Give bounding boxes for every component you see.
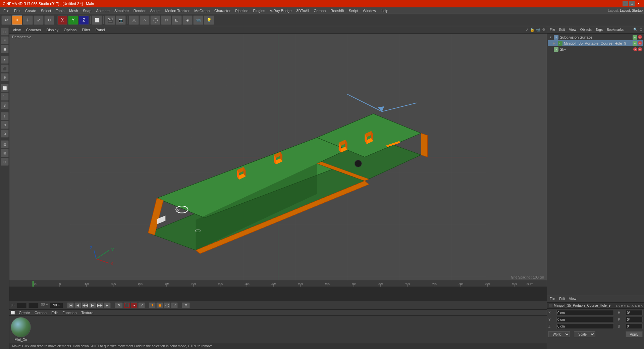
- x-axis-button[interactable]: X: [57, 15, 67, 25]
- menu-plugins[interactable]: Plugins: [251, 8, 267, 13]
- om-objects[interactable]: Objects: [579, 27, 593, 32]
- menu-render[interactable]: Render: [131, 8, 148, 13]
- menu-3dtoall[interactable]: 3DToAll: [294, 8, 311, 13]
- attr-file[interactable]: File: [548, 296, 556, 301]
- menu-motion-tracker[interactable]: Motion Tracker: [163, 8, 192, 13]
- om-vis-btn-2[interactable]: ●: [638, 35, 642, 39]
- menu-create[interactable]: Create: [23, 8, 38, 13]
- menu-snap[interactable]: Snap: [81, 8, 94, 13]
- attr-x-pos[interactable]: [556, 310, 614, 315]
- keyframe-p[interactable]: P: [171, 302, 178, 308]
- generator-button[interactable]: ⚙: [161, 15, 171, 25]
- menu-help[interactable]: Help: [379, 8, 390, 13]
- vp-menu-options[interactable]: Options: [62, 27, 78, 33]
- menu-script[interactable]: Script: [347, 8, 360, 13]
- render-picture-button[interactable]: 📷: [116, 15, 126, 25]
- vp-menu-view[interactable]: View: [11, 27, 23, 33]
- attr-h-rot[interactable]: [626, 310, 643, 315]
- end-frame-input[interactable]: [50, 303, 63, 308]
- om-file[interactable]: File: [548, 27, 556, 32]
- om-row-minigolf[interactable]: ▶ L Minigolf_35_Portable_Course_Hole_9 ●…: [548, 40, 643, 46]
- om-vis-btn-5[interactable]: ●: [633, 47, 637, 51]
- object-mode-button[interactable]: ✦: [12, 15, 22, 25]
- menu-corona[interactable]: Corona: [312, 8, 328, 13]
- om-search-icon[interactable]: 🔍: [633, 28, 638, 32]
- edge-mode-btn[interactable]: ⌗: [1, 36, 9, 44]
- poly-select[interactable]: S: [1, 101, 9, 109]
- autokey-button[interactable]: ?: [138, 302, 145, 308]
- attr-b-rot[interactable]: [626, 323, 643, 329]
- sculpt-btn[interactable]: ⊡: [1, 140, 9, 148]
- minimize-button[interactable]: ─: [623, 1, 628, 6]
- menu-file[interactable]: File: [1, 8, 11, 13]
- timeline-settings[interactable]: ⚙: [182, 302, 190, 308]
- menu-redshift[interactable]: Redshift: [328, 8, 346, 13]
- menu-tools[interactable]: Tools: [54, 8, 66, 13]
- menu-mesh[interactable]: Mesh: [67, 8, 80, 13]
- material-item[interactable]: Mini_Go: [11, 317, 31, 342]
- vp-icon-expand[interactable]: ⤢: [526, 28, 529, 32]
- play-reverse-button[interactable]: ◀◀: [82, 302, 89, 308]
- vp-icon-lock[interactable]: 🔒: [530, 28, 535, 32]
- mat-texture[interactable]: Texture: [79, 310, 95, 315]
- vp-menu-panel[interactable]: Panel: [94, 27, 107, 33]
- coord-mode-select[interactable]: World Local: [548, 331, 570, 337]
- step-end-button[interactable]: ▶|: [104, 302, 111, 308]
- object-button[interactable]: ○: [140, 15, 150, 25]
- bend-tool[interactable]: ⤴: [1, 112, 9, 120]
- scale-mode-select[interactable]: Scale: [574, 331, 595, 337]
- brush-tool[interactable]: ⊘: [1, 130, 9, 138]
- menu-edit[interactable]: Edit: [12, 8, 22, 13]
- loop-button[interactable]: ↻: [115, 302, 123, 308]
- next-frame-button[interactable]: ▶▶: [97, 302, 103, 308]
- polygon-button[interactable]: △: [129, 15, 139, 25]
- keyframe-add[interactable]: ⬆: [149, 302, 156, 308]
- object-mode-btn[interactable]: ◻: [1, 28, 9, 36]
- record-button[interactable]: ●: [131, 302, 138, 308]
- menu-pipeline[interactable]: Pipeline: [233, 8, 250, 13]
- vp-menu-display[interactable]: Display: [44, 27, 60, 33]
- menu-character[interactable]: Character: [212, 8, 232, 13]
- step-start-button[interactable]: |◀: [67, 302, 74, 308]
- y-axis-button[interactable]: Y: [68, 15, 78, 25]
- keyframe-circle[interactable]: ◯: [164, 302, 170, 308]
- menu-mograph[interactable]: MoGraph: [192, 8, 212, 13]
- stop-button[interactable]: ⬛: [123, 302, 130, 308]
- effector-button[interactable]: ◈: [182, 15, 193, 25]
- om-settings-icon[interactable]: ⚙: [639, 28, 643, 32]
- undo-button[interactable]: ↩: [1, 15, 11, 25]
- om-vis-btn-3[interactable]: ●: [633, 41, 637, 46]
- mat-corona[interactable]: Corona: [33, 310, 49, 315]
- attr-edit[interactable]: Edit: [558, 296, 566, 301]
- render-view-button[interactable]: 🎬: [105, 15, 115, 25]
- z-axis-button[interactable]: Z: [79, 15, 89, 25]
- mat-function[interactable]: Function: [60, 310, 78, 315]
- attr-z-pos[interactable]: [556, 323, 614, 329]
- vp-icon-config[interactable]: ⚙: [542, 28, 545, 32]
- attr-y-pos[interactable]: [556, 317, 614, 322]
- vp-menu-cameras[interactable]: Cameras: [24, 27, 43, 33]
- paint-btn[interactable]: ⊞: [1, 149, 9, 157]
- scale-tool-button[interactable]: ⤢: [34, 15, 44, 25]
- select-all[interactable]: ⬜: [1, 84, 9, 92]
- model-tool[interactable]: ✦: [1, 56, 9, 64]
- om-vis-btn-6[interactable]: ●: [638, 47, 642, 51]
- frame-input-2[interactable]: [28, 303, 38, 308]
- mat-create[interactable]: Create: [17, 310, 32, 315]
- deformer-button[interactable]: ⊡: [172, 15, 182, 25]
- maximize-button[interactable]: □: [629, 1, 635, 6]
- render-region-button[interactable]: ⬜: [92, 15, 102, 25]
- face-mode-btn[interactable]: ◼: [1, 45, 9, 53]
- current-frame-input[interactable]: [17, 303, 27, 308]
- rotate-tool-button[interactable]: ↻: [44, 15, 54, 25]
- om-tags[interactable]: Tags: [594, 27, 604, 32]
- keyframe-orange[interactable]: ◼: [156, 302, 163, 308]
- om-bookmarks[interactable]: Bookmarks: [605, 27, 625, 32]
- apply-button[interactable]: Apply: [626, 331, 643, 337]
- mat-edit[interactable]: Edit: [49, 310, 60, 315]
- om-vis-btn-1[interactable]: ●: [633, 35, 637, 40]
- menu-animate[interactable]: Animate: [94, 8, 112, 13]
- om-vis-btn-4[interactable]: ●: [638, 41, 642, 45]
- lasso-select[interactable]: ⌒: [1, 93, 9, 101]
- play-forward-button[interactable]: ▶: [89, 302, 96, 308]
